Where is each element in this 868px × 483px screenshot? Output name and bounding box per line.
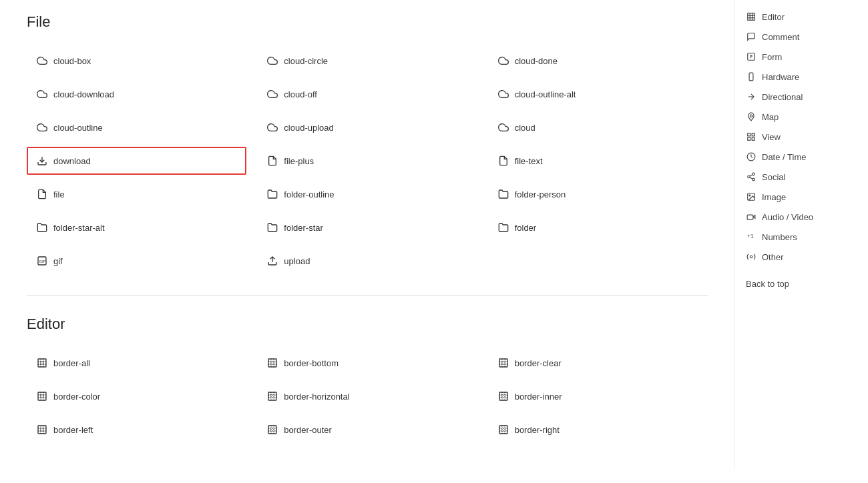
sidebar-item-form[interactable]: Form [735,47,868,67]
sidebar-item-hardware[interactable]: Hardware [735,67,868,87]
file-text-icon [497,155,509,167]
sidebar-item-directional[interactable]: Directional [735,87,868,107]
border-color-icon [36,390,48,402]
icon-item-cloud-off[interactable]: cloud-off [257,80,477,108]
comment-sidebar-icon [746,31,756,42]
icon-item-border-color[interactable]: border-color [27,382,246,410]
audio-video-sidebar-icon [746,211,756,222]
svg-rect-74 [747,215,753,219]
svg-line-70 [750,177,752,179]
icon-item-file-text[interactable]: file-text [488,147,708,175]
sidebar-item-numbers[interactable]: +1Numbers [735,227,868,247]
view-sidebar-icon [746,131,756,142]
map-sidebar-icon [746,111,756,122]
cloud-label: cloud [515,123,535,133]
icon-item-cloud-download[interactable]: cloud-download [27,80,246,108]
icon-item-folder-outline[interactable]: folder-outline [257,180,477,208]
icon-item-cloud[interactable]: cloud [488,113,708,141]
border-horizontal-label: border-horizontal [284,392,349,402]
icon-item-file-plus[interactable]: file-plus [257,147,477,175]
cloud-download-icon [36,88,48,100]
cloud-download-label: cloud-download [53,89,114,99]
icon-item-border-clear[interactable]: border-clear [488,349,708,377]
border-right-label: border-right [515,425,560,435]
file-icon [36,188,48,200]
cloud-circle-label: cloud-circle [284,56,328,66]
icon-item-border-left[interactable]: border-left [27,416,246,444]
svg-rect-9 [268,359,276,367]
sidebar-item-social[interactable]: Social [735,167,868,187]
folder-outline-icon [266,188,278,200]
svg-rect-65 [752,137,754,140]
icon-grid-editor: border-allborder-bottomborder-clearborde… [27,349,708,444]
section-title-editor: Editor [27,316,708,333]
border-all-icon [36,357,48,369]
folder-star-alt-icon [36,221,48,233]
cloud-circle-icon [266,55,278,67]
cloud-upload-label: cloud-upload [284,123,333,133]
svg-text:+1: +1 [747,233,754,239]
sidebar-item-view[interactable]: View [735,127,868,147]
upload-label: upload [284,256,310,266]
border-horizontal-icon [266,390,278,402]
icon-item-download[interactable]: download [27,147,246,175]
sidebar-item-label-audio-video: Audio / Video [762,212,813,222]
icon-item-cloud-upload[interactable]: cloud-upload [257,113,477,141]
other-sidebar-icon [746,252,756,262]
border-inner-icon [497,390,509,402]
sidebar-item-comment[interactable]: Comment [735,27,868,47]
sidebar-item-label-hardware: Hardware [762,72,799,82]
upload-icon [266,255,278,267]
border-outer-icon [266,424,278,436]
cloud-outline-alt-label: cloud-outline-alt [515,89,576,99]
icon-item-folder-star-alt[interactable]: folder-star-alt [27,213,246,242]
icon-item-folder[interactable]: folder [488,213,708,242]
svg-text:GIF: GIF [39,260,45,264]
folder-outline-label: folder-outline [284,189,334,199]
icon-item-cloud-outline-alt[interactable]: cloud-outline-alt [488,80,708,108]
sidebar-item-label-map: Map [762,112,779,122]
sidebar-item-label-directional: Directional [762,92,803,102]
border-outer-label: border-outer [284,425,332,435]
folder-star-icon [266,221,278,233]
icon-item-upload[interactable]: upload [257,247,477,275]
icon-item-border-right[interactable]: border-right [488,416,708,444]
icon-item-cloud-outline[interactable]: cloud-outline [27,113,246,141]
sidebar-item-label-comment: Comment [762,32,799,42]
icon-item-gif[interactable]: GIFgif [27,247,246,275]
sidebar-item-audio-video[interactable]: Audio / Video [735,207,868,227]
icon-item-border-horizontal[interactable]: border-horizontal [257,382,477,410]
icon-item-cloud-box[interactable]: cloud-box [27,47,246,75]
sidebar-item-label-image: Image [762,192,786,202]
svg-rect-44 [499,426,507,434]
image-sidebar-icon [746,191,756,202]
icon-item-border-all[interactable]: border-all [27,349,246,377]
icon-item-border-bottom[interactable]: border-bottom [257,349,477,377]
icon-item-cloud-done[interactable]: cloud-done [488,47,708,75]
icon-item-border-outer[interactable]: border-outer [257,416,477,444]
svg-rect-24 [268,392,276,400]
download-label: download [53,156,91,166]
sidebar-item-editor[interactable]: Editor [735,7,868,27]
sidebar-item-other[interactable]: Other [735,247,868,267]
sidebar-item-map[interactable]: Map [735,107,868,127]
sidebar-item-date-time[interactable]: Date / Time [735,147,868,167]
file-text-label: file-text [515,156,543,166]
icon-item-file[interactable]: file [27,180,246,208]
editor-sidebar-icon [746,11,756,22]
svg-point-61 [750,115,752,117]
sidebar-item-label-other: Other [762,252,784,262]
svg-rect-19 [38,392,46,400]
back-to-top[interactable]: Back to top [735,272,868,296]
hardware-sidebar-icon [746,71,756,82]
border-right-icon [497,424,509,436]
cloud-outline-alt-icon [497,88,509,100]
directional-sidebar-icon [746,91,756,102]
border-bottom-icon [266,357,278,369]
icon-item-folder-star[interactable]: folder-star [257,213,477,242]
svg-rect-64 [748,137,750,140]
icon-item-cloud-circle[interactable]: cloud-circle [257,47,477,75]
icon-item-border-inner[interactable]: border-inner [488,382,708,410]
icon-item-folder-person[interactable]: folder-person [488,180,708,208]
sidebar-item-image[interactable]: Image [735,187,868,207]
